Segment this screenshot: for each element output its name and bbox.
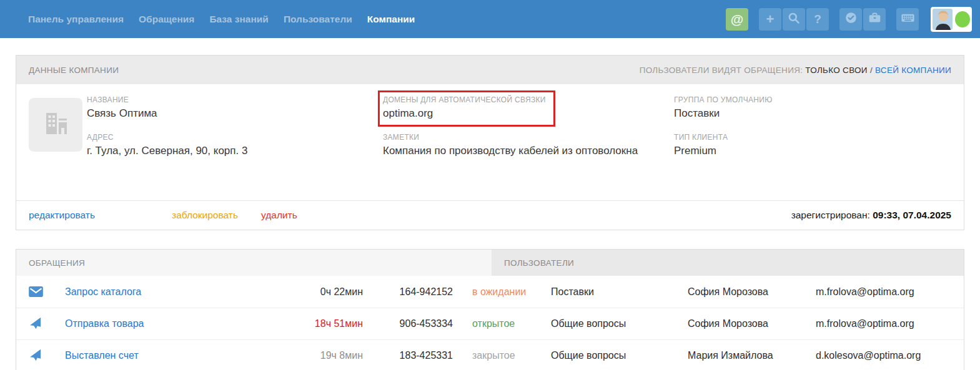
ticket-user-email: m.frolova@optima.org: [816, 318, 964, 329]
field-address-value: г. Тула, ул. Северная, 90, корп. 3: [87, 145, 370, 157]
ticket-user: София Морозова: [688, 286, 816, 298]
ticket-row: Выставлен счет 19ч 8мин 183-425331 закры…: [16, 339, 964, 370]
paper-plane-icon: [29, 317, 65, 331]
ticket-user: Мария Измайлова: [688, 350, 816, 361]
ticket-user: София Морозова: [688, 318, 816, 329]
keyboard-shortcuts-button[interactable]: [896, 8, 919, 31]
tickets-panel-header: ОБРАЩЕНИЯ ПОЛЬЗОВАТЕЛИ: [16, 250, 964, 276]
at-icon: @: [731, 12, 743, 27]
company-actions-bar: редактировать заблокировать удалить заре…: [16, 200, 964, 230]
ticket-id: 164-942152: [363, 286, 453, 298]
help-icon: ?: [814, 13, 821, 25]
field-name: НАЗВАНИЕ Связь Оптима: [87, 95, 383, 120]
visibility-label: ПОЛЬЗОВАТЕЛИ ВИДЯТ ОБРАЩЕНИЯ:: [640, 66, 803, 75]
ticket-title-link[interactable]: Запрос каталога: [65, 286, 300, 298]
ticket-user-email: d.kolesova@optima.org: [816, 350, 964, 361]
workspace-button[interactable]: [863, 8, 886, 31]
company-body: НАЗВАНИЕ Связь Оптима ДОМЕНЫ ДЛЯ АВТОМАТ…: [16, 84, 964, 200]
ticket-status: в ожидании: [453, 286, 551, 298]
ticket-id: 906-453334: [363, 318, 453, 329]
ticket-duration: 0ч 22мин: [300, 286, 363, 298]
user-profile[interactable]: [931, 7, 972, 32]
field-name-label: НАЗВАНИЕ: [87, 95, 370, 104]
users-header-label: ПОЛЬЗОВАТЕЛИ: [504, 258, 574, 268]
ticket-group: Общие вопросы: [551, 318, 688, 329]
achievements-button[interactable]: [839, 8, 862, 31]
envelope-icon: [29, 286, 65, 297]
tickets-header-section: ОБРАЩЕНИЯ: [16, 250, 492, 276]
building-icon: [39, 107, 72, 142]
tickets-header-label: ОБРАЩЕНИЯ: [29, 258, 85, 268]
visibility-separator: /: [870, 66, 873, 75]
ticket-status: открытое: [453, 318, 551, 329]
nav-item-tickets[interactable]: Обращения: [139, 14, 194, 25]
keyboard-icon: [901, 11, 915, 27]
ticket-duration: 19ч 8мин: [300, 350, 363, 361]
help-button[interactable]: ?: [806, 8, 829, 31]
ticket-status: закрытое: [453, 350, 551, 361]
company-fields: НАЗВАНИЕ Связь Оптима ДОМЕНЫ ДЛЯ АВТОМАТ…: [87, 95, 951, 200]
mentions-button[interactable]: @: [726, 8, 748, 31]
company-logo-placeholder: [29, 98, 82, 152]
ticket-row: Запрос каталога 0ч 22мин 164-942152 в ож…: [16, 276, 964, 308]
ticket-duration: 18ч 51мин: [300, 318, 363, 329]
ticket-user-email: m.frolova@optima.org: [816, 286, 964, 298]
create-button[interactable]: +: [759, 8, 781, 31]
registered-datetime: 09:33, 07.04.2025: [873, 210, 951, 220]
paper-plane-icon: [29, 349, 65, 363]
nav-item-companies[interactable]: Компании: [367, 14, 415, 25]
field-notes-label: ЗАМЕТКИ: [383, 133, 661, 142]
ticket-row: Отправка товара 18ч 51мин 906-453334 отк…: [16, 308, 964, 339]
field-client-type-label: ТИП КЛИЕНТА: [674, 133, 939, 142]
highlight-box: ДОМЕНЫ ДЛЯ АВТОМАТИЧЕСКОЙ СВЯЗКИ optima.…: [378, 90, 555, 127]
navbar-actions: @ + ?: [726, 7, 972, 32]
field-domains-label: ДОМЕНЫ ДЛЯ АВТОМАТИЧЕСКОЙ СВЯЗКИ: [383, 95, 546, 104]
nav-item-users[interactable]: Пользователи: [284, 14, 352, 25]
field-notes-value: Компания по производству кабелей из опто…: [383, 145, 661, 157]
ticket-title-link[interactable]: Отправка товара: [65, 318, 300, 329]
ticket-title-link[interactable]: Выставлен счет: [65, 350, 300, 361]
edit-link[interactable]: редактировать: [29, 210, 95, 221]
search-icon: [788, 12, 800, 27]
field-address-label: АДРЕС: [87, 133, 370, 142]
avatar: [933, 9, 953, 30]
nav-item-knowledge-base[interactable]: База знаний: [209, 14, 268, 25]
top-navbar: Панель управления Обращения База знаний …: [0, 0, 980, 38]
search-button[interactable]: [783, 8, 805, 31]
users-header-section: ПОЛЬЗОВАТЕЛИ: [492, 250, 964, 276]
field-default-group-label: ГРУППА ПО УМОЛЧАНИЮ: [674, 95, 939, 104]
tickets-panel: ОБРАЩЕНИЯ ПОЛЬЗОВАТЕЛИ Запрос каталога 0…: [16, 249, 964, 370]
ticket-group: Общие вопросы: [551, 350, 688, 361]
visibility-setting: ПОЛЬЗОВАТЕЛИ ВИДЯТ ОБРАЩЕНИЯ: ТОЛЬКО СВО…: [640, 66, 951, 75]
company-panel-header: ДАННЫЕ КОМПАНИИ ПОЛЬЗОВАТЕЛИ ВИДЯТ ОБРАЩ…: [16, 56, 964, 84]
briefcase-icon: [868, 11, 881, 27]
online-status-dot: [955, 11, 970, 27]
nav-item-dashboard[interactable]: Панель управления: [28, 14, 124, 25]
badge-check-icon: [844, 11, 858, 27]
field-client-type: ТИП КЛИЕНТА Premium: [674, 133, 951, 157]
field-client-type-value: Premium: [674, 145, 939, 157]
registered-label: зарегистрирован:: [791, 210, 870, 220]
field-domains-value: optima.org: [383, 107, 546, 120]
field-address: АДРЕС г. Тула, ул. Северная, 90, корп. 3: [87, 133, 383, 157]
delete-link[interactable]: удалить: [261, 210, 297, 221]
field-default-group: ГРУППА ПО УМОЛЧАНИЮ Поставки: [674, 95, 951, 120]
block-link[interactable]: заблокировать: [172, 210, 238, 221]
field-domains: ДОМЕНЫ ДЛЯ АВТОМАТИЧЕСКОЙ СВЯЗКИ optima.…: [383, 95, 674, 127]
field-name-value: Связь Оптима: [87, 107, 370, 120]
field-notes: ЗАМЕТКИ Компания по производству кабелей…: [383, 133, 674, 157]
ticket-group: Поставки: [551, 286, 688, 298]
company-panel-title: ДАННЫЕ КОМПАНИИ: [29, 66, 119, 75]
ticket-id: 183-425331: [363, 350, 453, 361]
field-default-group-value: Поставки: [674, 107, 939, 120]
visibility-option-own[interactable]: ТОЛЬКО СВОИ: [805, 66, 867, 75]
plus-icon: +: [766, 12, 775, 26]
visibility-option-all-company[interactable]: ВСЕЙ КОМПАНИИ: [875, 66, 951, 75]
company-data-panel: ДАННЫЕ КОМПАНИИ ПОЛЬЗОВАТЕЛИ ВИДЯТ ОБРАЩ…: [16, 55, 964, 230]
registered-info: зарегистрирован: 09:33, 07.04.2025: [791, 210, 951, 221]
main-menu: Панель управления Обращения База знаний …: [28, 14, 415, 25]
